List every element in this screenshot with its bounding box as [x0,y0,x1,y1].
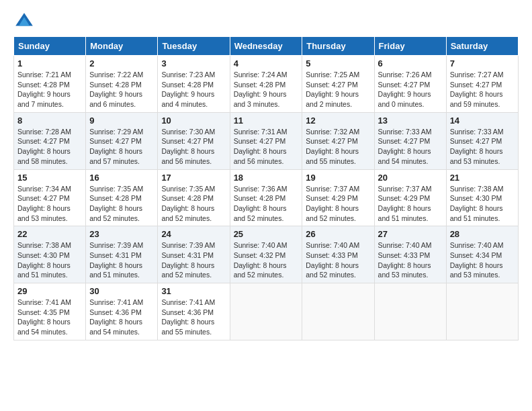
weekday-header-friday: Friday [374,37,446,56]
day-cell: 29Sunrise: 7:41 AM Sunset: 4:35 PM Dayli… [14,283,86,340]
day-number: 30 [89,286,154,296]
day-cell: 2Sunrise: 7:22 AM Sunset: 4:28 PM Daylig… [86,56,158,113]
day-info: Sunrise: 7:40 AM Sunset: 4:32 PM Dayligh… [234,240,299,280]
day-number: 21 [450,173,515,183]
day-cell: 3Sunrise: 7:23 AM Sunset: 4:28 PM Daylig… [158,56,230,113]
day-number: 24 [161,229,226,239]
day-cell: 5Sunrise: 7:25 AM Sunset: 4:27 PM Daylig… [302,56,374,113]
week-row-5: 29Sunrise: 7:41 AM Sunset: 4:35 PM Dayli… [14,283,519,340]
day-number: 2 [89,58,154,68]
day-cell: 4Sunrise: 7:24 AM Sunset: 4:28 PM Daylig… [230,56,302,113]
day-cell: 31Sunrise: 7:41 AM Sunset: 4:36 PM Dayli… [158,283,230,340]
day-cell: 1Sunrise: 7:21 AM Sunset: 4:28 PM Daylig… [14,56,86,113]
day-info: Sunrise: 7:36 AM Sunset: 4:28 PM Dayligh… [234,184,299,224]
day-cell: 19Sunrise: 7:37 AM Sunset: 4:29 PM Dayli… [302,169,374,226]
week-row-2: 8Sunrise: 7:28 AM Sunset: 4:27 PM Daylig… [14,112,519,169]
day-number: 22 [17,229,82,239]
day-info: Sunrise: 7:35 AM Sunset: 4:28 PM Dayligh… [161,184,226,224]
day-info: Sunrise: 7:25 AM Sunset: 4:27 PM Dayligh… [306,70,370,109]
day-info: Sunrise: 7:38 AM Sunset: 4:30 PM Dayligh… [450,184,515,224]
day-cell: 6Sunrise: 7:26 AM Sunset: 4:27 PM Daylig… [374,56,446,113]
day-info: Sunrise: 7:39 AM Sunset: 4:31 PM Dayligh… [161,240,226,280]
day-number: 26 [306,229,370,239]
day-cell: 26Sunrise: 7:40 AM Sunset: 4:33 PM Dayli… [302,226,374,283]
day-number: 19 [306,173,370,183]
day-cell: 22Sunrise: 7:38 AM Sunset: 4:30 PM Dayli… [14,226,86,283]
day-number: 8 [17,116,82,126]
day-number: 18 [234,173,299,183]
day-cell: 28Sunrise: 7:40 AM Sunset: 4:34 PM Dayli… [446,226,518,283]
day-cell [230,283,302,340]
page-container: SundayMondayTuesdayWednesdayThursdayFrid… [0,0,532,347]
day-info: Sunrise: 7:28 AM Sunset: 4:27 PM Dayligh… [17,127,82,167]
day-info: Sunrise: 7:40 AM Sunset: 4:33 PM Dayligh… [306,240,370,280]
weekday-header-row: SundayMondayTuesdayWednesdayThursdayFrid… [14,37,519,56]
day-number: 23 [89,229,154,239]
day-cell: 11Sunrise: 7:31 AM Sunset: 4:27 PM Dayli… [230,112,302,169]
day-number: 27 [378,229,443,239]
day-cell: 9Sunrise: 7:29 AM Sunset: 4:27 PM Daylig… [86,112,158,169]
day-number: 12 [306,116,370,126]
day-info: Sunrise: 7:37 AM Sunset: 4:29 PM Dayligh… [306,184,370,224]
day-number: 16 [89,173,154,183]
day-cell: 15Sunrise: 7:34 AM Sunset: 4:27 PM Dayli… [14,169,86,226]
day-info: Sunrise: 7:27 AM Sunset: 4:27 PM Dayligh… [450,70,515,109]
day-info: Sunrise: 7:34 AM Sunset: 4:27 PM Dayligh… [17,184,82,224]
day-cell: 27Sunrise: 7:40 AM Sunset: 4:33 PM Dayli… [374,226,446,283]
day-number: 14 [450,116,515,126]
day-number: 13 [378,116,443,126]
day-info: Sunrise: 7:35 AM Sunset: 4:28 PM Dayligh… [89,184,154,224]
day-number: 20 [378,173,443,183]
day-cell [446,283,518,340]
day-number: 6 [378,58,443,68]
day-cell [374,283,446,340]
day-cell: 17Sunrise: 7:35 AM Sunset: 4:28 PM Dayli… [158,169,230,226]
weekday-header-tuesday: Tuesday [158,37,230,56]
weekday-header-monday: Monday [86,37,158,56]
day-cell: 23Sunrise: 7:39 AM Sunset: 4:31 PM Dayli… [86,226,158,283]
weekday-header-saturday: Saturday [446,37,518,56]
day-info: Sunrise: 7:41 AM Sunset: 4:35 PM Dayligh… [17,298,82,337]
day-cell: 20Sunrise: 7:37 AM Sunset: 4:29 PM Dayli… [374,169,446,226]
day-cell: 10Sunrise: 7:30 AM Sunset: 4:27 PM Dayli… [158,112,230,169]
day-cell: 8Sunrise: 7:28 AM Sunset: 4:27 PM Daylig… [14,112,86,169]
day-info: Sunrise: 7:33 AM Sunset: 4:27 PM Dayligh… [450,127,515,167]
day-cell [302,283,374,340]
day-info: Sunrise: 7:22 AM Sunset: 4:28 PM Dayligh… [89,70,154,109]
day-number: 1 [17,58,82,68]
day-cell: 7Sunrise: 7:27 AM Sunset: 4:27 PM Daylig… [446,56,518,113]
day-number: 3 [161,58,226,68]
day-info: Sunrise: 7:40 AM Sunset: 4:34 PM Dayligh… [450,240,515,280]
day-info: Sunrise: 7:33 AM Sunset: 4:27 PM Dayligh… [378,127,443,167]
day-number: 29 [17,286,82,296]
day-info: Sunrise: 7:23 AM Sunset: 4:28 PM Dayligh… [161,70,226,109]
day-cell: 21Sunrise: 7:38 AM Sunset: 4:30 PM Dayli… [446,169,518,226]
day-number: 15 [17,173,82,183]
logo [13,11,38,32]
day-cell: 13Sunrise: 7:33 AM Sunset: 4:27 PM Dayli… [374,112,446,169]
day-number: 31 [161,286,226,296]
day-info: Sunrise: 7:41 AM Sunset: 4:36 PM Dayligh… [89,298,154,337]
day-info: Sunrise: 7:39 AM Sunset: 4:31 PM Dayligh… [89,240,154,280]
calendar: SundayMondayTuesdayWednesdayThursdayFrid… [13,36,519,340]
day-info: Sunrise: 7:41 AM Sunset: 4:36 PM Dayligh… [161,298,226,337]
day-cell: 25Sunrise: 7:40 AM Sunset: 4:32 PM Dayli… [230,226,302,283]
weekday-header-sunday: Sunday [14,37,86,56]
day-number: 10 [161,116,226,126]
day-number: 25 [234,229,299,239]
day-cell: 24Sunrise: 7:39 AM Sunset: 4:31 PM Dayli… [158,226,230,283]
day-number: 28 [450,229,515,239]
day-info: Sunrise: 7:21 AM Sunset: 4:28 PM Dayligh… [17,70,82,109]
day-number: 5 [306,58,370,68]
day-cell: 14Sunrise: 7:33 AM Sunset: 4:27 PM Dayli… [446,112,518,169]
day-number: 7 [450,58,515,68]
day-info: Sunrise: 7:37 AM Sunset: 4:29 PM Dayligh… [378,184,443,224]
day-cell: 16Sunrise: 7:35 AM Sunset: 4:28 PM Dayli… [86,169,158,226]
weekday-header-wednesday: Wednesday [230,37,302,56]
week-row-1: 1Sunrise: 7:21 AM Sunset: 4:28 PM Daylig… [14,56,519,113]
week-row-4: 22Sunrise: 7:38 AM Sunset: 4:30 PM Dayli… [14,226,519,283]
week-row-3: 15Sunrise: 7:34 AM Sunset: 4:27 PM Dayli… [14,169,519,226]
day-number: 11 [234,116,299,126]
day-info: Sunrise: 7:24 AM Sunset: 4:28 PM Dayligh… [234,70,299,109]
day-cell: 18Sunrise: 7:36 AM Sunset: 4:28 PM Dayli… [230,169,302,226]
